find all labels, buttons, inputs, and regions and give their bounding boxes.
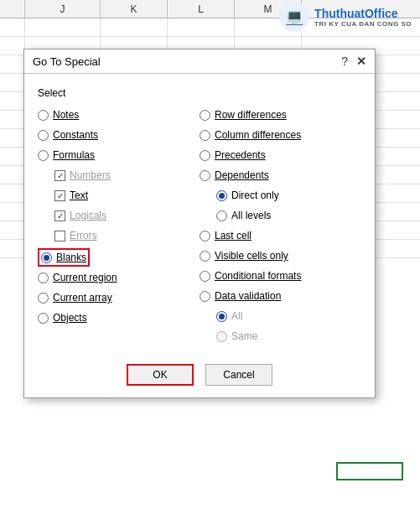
option-numbers-label: Numbers — [70, 169, 111, 181]
options-right-col: Row differences Column differences Prece… — [200, 106, 361, 345]
option-current-region[interactable]: Current region — [38, 268, 200, 287]
radio-last-cell[interactable] — [200, 231, 210, 241]
option-notes[interactable]: Notes — [38, 106, 200, 124]
option-data-validation[interactable]: Data validation — [200, 287, 361, 305]
radio-same[interactable] — [216, 331, 227, 342]
cancel-button[interactable]: Cancel — [205, 364, 272, 386]
radio-visible-cells[interactable] — [200, 251, 210, 262]
option-precedents[interactable]: Precedents — [200, 146, 361, 164]
option-text[interactable]: ✓ Text — [38, 186, 200, 205]
option-row-differences[interactable]: Row differences — [200, 106, 361, 124]
option-dependents-label: Dependents — [215, 169, 269, 181]
option-visible-cells[interactable]: Visible cells only — [200, 247, 361, 265]
radio-blanks[interactable] — [41, 252, 52, 263]
option-formulas[interactable]: Formulas — [38, 146, 200, 164]
option-column-differences-label: Column differences — [215, 129, 301, 141]
option-data-validation-label: Data validation — [215, 290, 281, 302]
dialog-overlay: Go To Special ? ✕ Select Notes — [0, 0, 420, 514]
radio-current-region[interactable] — [38, 273, 49, 283]
option-all-levels-label: All levels — [231, 210, 271, 221]
radio-all-levels[interactable] — [216, 210, 227, 221]
option-same[interactable]: Same — [200, 327, 361, 345]
option-visible-cells-label: Visible cells only — [215, 250, 288, 262]
option-constants[interactable]: Constants — [38, 126, 200, 144]
option-objects[interactable]: Objects — [38, 309, 200, 327]
option-current-region-label: Current region — [53, 272, 117, 283]
option-precedents-label: Precedents — [215, 149, 266, 161]
radio-notes[interactable] — [38, 110, 49, 121]
dialog-separator — [24, 73, 375, 74]
option-direct-only[interactable]: Direct only — [200, 186, 361, 205]
option-last-cell[interactable]: Last cell — [200, 226, 361, 245]
radio-row-differences[interactable] — [200, 110, 210, 121]
options-left-col: Notes Constants Formulas ✓ — [38, 106, 200, 345]
option-row-differences-label: Row differences — [215, 109, 287, 121]
radio-precedents[interactable] — [200, 150, 210, 161]
blanks-highlight[interactable]: Blanks — [38, 248, 90, 267]
dialog-controls: ? ✕ — [341, 55, 366, 68]
checkbox-errors[interactable] — [54, 231, 65, 241]
option-current-array[interactable]: Current array — [38, 288, 200, 307]
option-conditional-formats[interactable]: Conditional formats — [200, 267, 361, 285]
option-all-levels[interactable]: All levels — [200, 206, 361, 225]
radio-column-differences[interactable] — [200, 130, 210, 141]
option-all[interactable]: All — [200, 307, 361, 325]
radio-conditional-formats[interactable] — [200, 271, 210, 282]
select-label: Select — [38, 87, 361, 99]
option-column-differences[interactable]: Column differences — [200, 126, 361, 144]
radio-data-validation[interactable] — [200, 291, 210, 302]
option-direct-only-label: Direct only — [231, 190, 279, 201]
option-conditional-formats-label: Conditional formats — [215, 270, 301, 282]
option-blanks-label: Blanks — [56, 252, 86, 263]
option-notes-label: Notes — [53, 109, 79, 121]
option-dependents[interactable]: Dependents — [200, 166, 361, 184]
options-grid: Notes Constants Formulas ✓ — [38, 106, 361, 345]
radio-formulas[interactable] — [38, 150, 49, 161]
option-objects-label: Objects — [53, 312, 87, 324]
option-constants-label: Constants — [53, 129, 98, 141]
radio-constants[interactable] — [38, 130, 49, 141]
close-button[interactable]: ✕ — [356, 55, 366, 68]
checkbox-text[interactable]: ✓ — [54, 190, 65, 201]
radio-objects[interactable] — [38, 313, 49, 324]
option-current-array-label: Current array — [53, 292, 112, 304]
option-same-label: Same — [231, 330, 257, 342]
option-blanks[interactable]: Blanks — [38, 248, 200, 267]
help-button[interactable]: ? — [341, 55, 348, 68]
checkbox-numbers[interactable]: ✓ — [54, 170, 65, 181]
radio-direct-only[interactable] — [216, 190, 227, 201]
option-errors[interactable]: Errors — [38, 226, 200, 245]
go-to-special-dialog: Go To Special ? ✕ Select Notes — [23, 49, 376, 398]
option-text-label: Text — [70, 190, 88, 201]
option-logicals-label: Logicals — [70, 210, 106, 221]
radio-all[interactable] — [216, 311, 227, 322]
radio-current-array[interactable] — [38, 293, 49, 304]
dialog-title: Go To Special — [33, 55, 101, 68]
option-numbers[interactable]: ✓ Numbers — [38, 166, 200, 184]
option-last-cell-label: Last cell — [215, 230, 251, 241]
radio-dependents[interactable] — [200, 170, 210, 181]
ok-button[interactable]: OK — [127, 364, 194, 386]
dialog-body: Select Notes Constants — [24, 79, 375, 357]
option-logicals[interactable]: ✓ Logicals — [38, 206, 200, 225]
dialog-titlebar: Go To Special ? ✕ — [24, 49, 375, 73]
dialog-buttons: OK Cancel — [24, 357, 375, 397]
option-formulas-label: Formulas — [53, 149, 95, 161]
option-all-label: All — [231, 310, 242, 322]
option-errors-label: Errors — [70, 230, 97, 241]
checkbox-logicals[interactable]: ✓ — [54, 210, 65, 221]
